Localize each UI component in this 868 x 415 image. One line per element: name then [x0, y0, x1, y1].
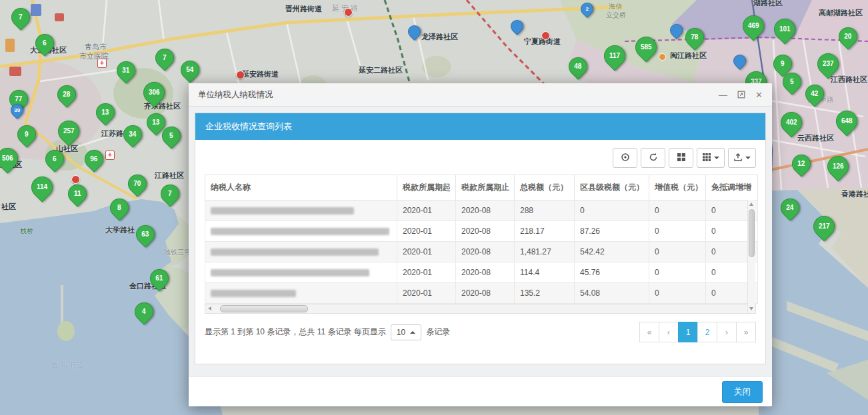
refresh-button[interactable] — [641, 148, 665, 168]
table-body: 2020-012020-082880002020-012020-08218.17… — [205, 201, 758, 304]
table-header-row: 纳税人名称税款所属期起税款所属期止总税额（元）区县级税额（元）增值税（元）免抵调… — [205, 175, 758, 201]
map-label: 晋州路街道 — [285, 4, 322, 14]
column-header[interactable]: 纳税人名称 — [205, 175, 397, 201]
table-row[interactable]: 2020-012020-081,481.27542.4200 — [205, 242, 758, 262]
pager-page-button[interactable]: 1 — [678, 322, 698, 342]
map-label: 大学路社 — [105, 225, 135, 235]
redacted-taxpayer-name — [211, 269, 369, 276]
table-cell: 2020-08 — [456, 283, 515, 304]
page-size-dropdown[interactable]: 10 — [391, 324, 421, 340]
table-cell: 0 — [649, 262, 706, 283]
table-cell: 2020-08 — [456, 201, 515, 221]
poi-marker-icon — [344, 8, 353, 17]
table-cell: 288 — [515, 201, 575, 221]
table-row[interactable]: 2020-012020-08218.1787.2600 — [205, 221, 758, 242]
map-canvas[interactable]: 大连路社区晋州路街道延 安 路龙泽路社区海信立交桥宁夏路街道延安二路社区延安路街… — [0, 0, 868, 415]
column-header[interactable]: 增值税（元） — [649, 175, 706, 201]
column-header[interactable]: 区县级税额（元） — [575, 175, 649, 201]
detail-view-icon — [621, 153, 630, 164]
detail-view-button[interactable] — [613, 148, 637, 168]
table-cell: 87.26 — [575, 221, 649, 242]
column-header[interactable]: 税款所属期起 — [397, 175, 456, 201]
map-label: 青岛市南 — [50, 360, 85, 372]
hospital-icon: + — [105, 151, 115, 160]
table-cell: 542.42 — [575, 242, 649, 262]
pagination-info: 显示第 1 到第 10 条记录，总共 11 条记录 每页显示 10 条记录 — [205, 324, 450, 340]
redacted-taxpayer-name — [211, 290, 296, 297]
poi-marker-icon — [236, 71, 245, 79]
table-cell: 2020-01 — [397, 221, 456, 242]
table-cell: 0 — [649, 283, 706, 304]
minimize-icon[interactable]: — — [719, 91, 727, 99]
map-label: 江西路社区 — [831, 75, 867, 85]
toggle-view-button[interactable] — [669, 148, 693, 168]
pager-arrow-button[interactable]: « — [639, 322, 659, 342]
column-header[interactable]: 税款所属期止 — [456, 175, 515, 201]
pager-arrow-button[interactable]: › — [717, 322, 737, 342]
dialog-body: 企业税收情况查询列表 纳税人名称税款所属期起税款所属期止总税额（元）区县级税额（… — [189, 107, 772, 370]
poi-dot-icon — [659, 53, 666, 61]
vertical-scroll-thumb[interactable] — [749, 209, 755, 257]
pagination-info-prefix: 显示第 1 到第 10 条记录，总共 11 条记录 每页显示 — [205, 326, 386, 338]
table-cell: 2020-01 — [397, 201, 456, 221]
horizontal-scrollbar[interactable] — [205, 304, 756, 314]
table-cell: 0 — [649, 221, 706, 242]
vertical-scrollbar[interactable] — [747, 200, 755, 313]
map-label: 闽江路社区 — [670, 51, 707, 61]
page-size-value: 10 — [397, 328, 405, 337]
caret-down-icon — [745, 157, 751, 159]
table-cell: 2020-08 — [456, 262, 515, 283]
dialog-titlebar: 单位纳税人纳税情况 — ✕ — [189, 83, 772, 107]
column-header[interactable]: 总税额（元） — [515, 175, 575, 201]
table-cell: 218.17 — [515, 221, 575, 242]
table-toolbar — [205, 148, 756, 168]
map-label: 香港路社 — [841, 189, 868, 199]
table-row[interactable]: 2020-012020-08114.445.7600 — [205, 262, 758, 283]
query-panel: 企业税收情况查询列表 纳税人名称税款所属期起税款所属期止总税额（元）区县级税额（… — [195, 113, 766, 364]
building-icon — [31, 4, 41, 16]
column-header[interactable]: 免抵调增增 — [706, 175, 758, 201]
table-row[interactable]: 2020-012020-08135.254.0800 — [205, 283, 758, 304]
export-button[interactable] — [728, 148, 756, 168]
table-row[interactable]: 2020-012020-08288000 — [205, 201, 758, 221]
redacted-taxpayer-name — [211, 228, 389, 235]
hospital-icon: + — [97, 59, 107, 68]
redacted-taxpayer-name — [211, 207, 354, 214]
table-cell: 135.2 — [515, 283, 575, 304]
table-cell: 1,481.27 — [515, 242, 575, 262]
map-label: 青岛市 — [85, 42, 107, 52]
map-label: 江路社区 — [155, 171, 184, 181]
maximize-icon[interactable] — [737, 91, 745, 99]
pager: «‹12›» — [640, 322, 756, 342]
map-label: 湖路社区 — [753, 0, 783, 8]
map-label: 海信 — [609, 2, 622, 11]
map-label: 延安路街道 — [242, 69, 279, 79]
map-label: 立交桥 — [606, 11, 626, 20]
columns-button[interactable] — [697, 148, 725, 168]
map-label: 高邮湖路社区 — [819, 8, 863, 18]
panel-title: 企业税收情况查询列表 — [195, 113, 765, 140]
building-icon — [9, 67, 21, 76]
close-icon[interactable]: ✕ — [755, 91, 763, 99]
horizontal-scroll-thumb[interactable] — [220, 305, 308, 312]
caret-up-icon — [410, 331, 415, 334]
export-icon — [733, 153, 743, 164]
poi-marker-icon — [541, 31, 550, 40]
close-button[interactable]: 关闭 — [722, 381, 763, 403]
toggle-view-icon — [677, 153, 686, 164]
map-label: 社区 — [1, 202, 16, 212]
refresh-icon — [649, 153, 658, 164]
pager-arrow-button[interactable]: ‹ — [659, 322, 679, 342]
pagination-info-suffix: 条记录 — [426, 326, 450, 338]
map-label: 龙泽路社区 — [421, 32, 458, 42]
map-label: 栈桥 — [20, 226, 33, 236]
map-label: 云西路社区 — [797, 133, 834, 143]
caret-down-icon — [714, 157, 719, 159]
pager-page-button[interactable]: 2 — [697, 322, 717, 342]
table-cell: 0 — [575, 201, 649, 221]
dialog-title: 单位纳税人纳税情况 — [198, 89, 273, 101]
table-cell: 0 — [649, 201, 706, 221]
building-icon — [5, 39, 15, 52]
table-cell: 2020-08 — [456, 221, 515, 242]
pager-arrow-button[interactable]: » — [736, 322, 756, 342]
